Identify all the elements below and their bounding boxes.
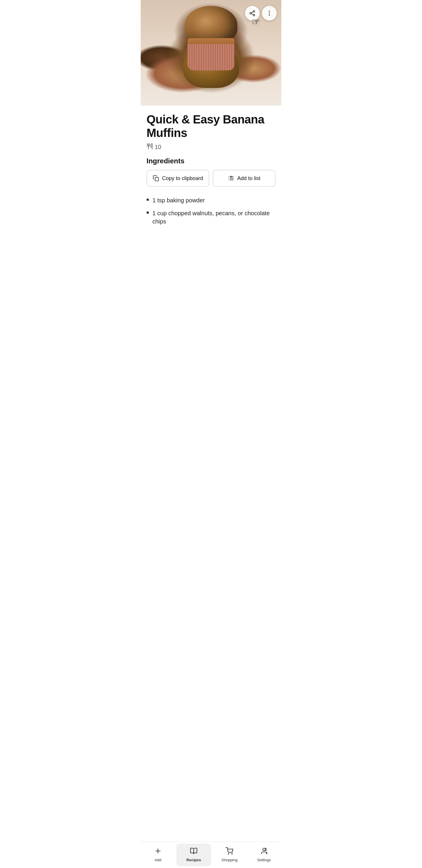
ingredients-heading: Ingredients bbox=[147, 157, 275, 165]
list-item: 1 tsp baking powder bbox=[147, 194, 275, 207]
copy-icon bbox=[153, 175, 159, 182]
svg-line-3 bbox=[252, 13, 253, 15]
ingredient-text: 1 cup chopped walnuts, pecans, or chocol… bbox=[152, 209, 275, 225]
svg-point-7 bbox=[269, 15, 270, 16]
svg-point-20 bbox=[232, 854, 232, 854]
plus-icon bbox=[154, 847, 162, 857]
svg-line-4 bbox=[252, 12, 253, 13]
servings-count: 10 bbox=[155, 144, 161, 150]
recipes-icon bbox=[190, 847, 197, 857]
ingredient-text: 1 tsp baking powder bbox=[152, 196, 205, 205]
bullet-icon bbox=[147, 211, 149, 214]
utensils-icon bbox=[147, 143, 153, 151]
nav-item-shopping[interactable]: Shopping bbox=[212, 842, 247, 868]
bullet-icon bbox=[147, 198, 149, 201]
list-item: 1 cup chopped walnuts, pecans, or chocol… bbox=[147, 207, 275, 228]
svg-rect-8 bbox=[155, 178, 159, 181]
hero-actions bbox=[245, 6, 277, 21]
copy-button-label: Copy to clipboard bbox=[162, 175, 203, 182]
copy-to-clipboard-button[interactable]: Copy to clipboard bbox=[147, 170, 209, 187]
nav-settings-label: Settings bbox=[257, 858, 271, 862]
svg-point-19 bbox=[228, 854, 229, 854]
servings-row: 10 bbox=[147, 143, 275, 151]
nav-item-add[interactable]: Add bbox=[141, 842, 175, 868]
ingredients-actions: Copy to clipboard Add to list bbox=[147, 170, 275, 187]
cart-icon bbox=[226, 847, 233, 857]
ingredients-list: 1 tsp baking powder 1 cup chopped walnut… bbox=[147, 194, 275, 228]
list-icon bbox=[228, 175, 234, 182]
settings-icon bbox=[260, 847, 268, 857]
nav-shopping-label: Shopping bbox=[222, 858, 238, 862]
svg-point-21 bbox=[263, 848, 265, 851]
nav-add-label: Add bbox=[155, 858, 161, 862]
hero-image: ☞ bbox=[141, 0, 281, 105]
add-to-list-button[interactable]: Add to list bbox=[213, 170, 275, 187]
nav-item-settings[interactable]: Settings bbox=[247, 842, 281, 868]
nav-item-recipes[interactable]: Recipes bbox=[176, 844, 211, 866]
cursor-pointer: ☞ bbox=[252, 16, 260, 27]
recipe-title: Quick & Easy Banana Muffins bbox=[147, 113, 275, 140]
nav-recipes-label: Recipes bbox=[186, 858, 201, 862]
recipe-content: Quick & Easy Banana Muffins 10 Ingredien… bbox=[141, 105, 281, 257]
svg-point-5 bbox=[269, 11, 270, 12]
more-options-button[interactable] bbox=[262, 6, 277, 21]
svg-point-6 bbox=[269, 12, 270, 14]
add-list-button-label: Add to list bbox=[237, 175, 260, 182]
bottom-nav: Add Recipes Shopping bbox=[141, 842, 281, 868]
